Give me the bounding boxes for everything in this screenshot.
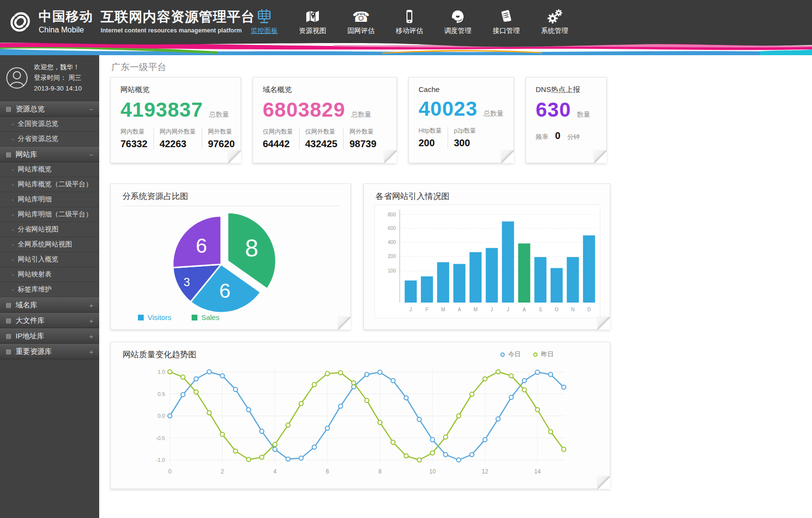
data-point bbox=[391, 379, 395, 383]
nav-item-调度管理[interactable]: 调度管理 bbox=[434, 0, 482, 42]
sidebar-group-大文件库[interactable]: ▤大文件库+ bbox=[0, 313, 99, 328]
bar-D bbox=[583, 235, 595, 303]
x-tick-label: 10 bbox=[429, 468, 436, 475]
nav-item-固网评估[interactable]: ☎固网评估 bbox=[337, 0, 385, 42]
stat-big-number: 6803829 bbox=[263, 98, 346, 122]
data-point bbox=[325, 426, 330, 430]
logo-cn: 中国移动 bbox=[39, 8, 93, 25]
data-point bbox=[535, 408, 540, 412]
stat-big-row: 40023总数量 bbox=[409, 93, 513, 121]
bar-chart-title: 各省网站引入情况图 bbox=[364, 184, 610, 202]
sidebar-item-label: 全网系统网站视图 bbox=[18, 240, 72, 249]
sidebar-group-label: 重要资源库 bbox=[15, 347, 52, 356]
pie-slice-label: 8 bbox=[245, 235, 258, 262]
stat-card-title: 域名概览 bbox=[253, 77, 396, 94]
legend-marker bbox=[533, 352, 538, 357]
bar-S bbox=[534, 257, 546, 303]
substat-网内数量: 网内数量76332 bbox=[120, 128, 154, 150]
nav-item-监控面板[interactable]: 监控面板 bbox=[240, 0, 288, 42]
data-point bbox=[168, 370, 172, 374]
collapse-icon[interactable]: − bbox=[89, 151, 93, 159]
bar-A bbox=[518, 244, 530, 303]
data-point bbox=[509, 395, 513, 399]
x-tick-label: 4 bbox=[273, 468, 277, 475]
sidebar-item-标签库维护[interactable]: ·标签库维护 bbox=[0, 282, 99, 297]
substat-value: 76332 bbox=[120, 138, 148, 150]
document-icon: ▤ bbox=[6, 348, 11, 355]
sidebar-group-域名库[interactable]: ▤域名库+ bbox=[0, 297, 99, 313]
pie-legend-Sales[interactable]: Sales bbox=[192, 313, 220, 321]
nav-item-接口管理[interactable]: 接口管理 bbox=[482, 0, 530, 42]
collapse-icon[interactable]: − bbox=[89, 105, 93, 113]
sidebar-group-IP地址库[interactable]: ▤IP地址库+ bbox=[0, 328, 99, 344]
line-legend-今日[interactable]: 今日 bbox=[500, 350, 521, 359]
x-tick-label: 8 bbox=[378, 468, 382, 475]
sidebar-item-网站引入概览[interactable]: ·网站引入概览 bbox=[0, 252, 99, 267]
substat-value: 432425 bbox=[305, 138, 338, 150]
sidebar-item-网站映射表[interactable]: ·网站映射表 bbox=[0, 267, 99, 282]
stat-card-域名概览: 域名概览6803829总数量仅网内数量64442仅网外数量432425网外数量9… bbox=[253, 77, 397, 163]
page-fold-decoration bbox=[228, 151, 241, 163]
stat-card-Cache: Cache40023总数量Http数量200p2p数量300 bbox=[408, 77, 514, 163]
substat-label: 网外数量 bbox=[349, 128, 376, 136]
data-point bbox=[457, 414, 461, 418]
x-tick-label: F bbox=[425, 307, 428, 312]
nav-item-资源视图[interactable]: 资源视图 bbox=[288, 0, 337, 42]
sidebar-item-label: 全国资源总览 bbox=[18, 120, 59, 128]
data-point bbox=[207, 411, 211, 415]
nav-item-label: 系统管理 bbox=[541, 27, 568, 35]
data-point bbox=[312, 382, 316, 387]
stat-big-number: 40023 bbox=[419, 97, 478, 121]
line-legend-昨日[interactable]: 昨日 bbox=[533, 350, 554, 359]
nav-item-移动评估[interactable]: 移动评估 bbox=[385, 0, 434, 42]
bar-A bbox=[453, 264, 466, 303]
sidebar-item-网站库明细（二级平台）[interactable]: ·网站库明细（二级平台） bbox=[0, 207, 99, 222]
sidebar-item-全网系统网站视图[interactable]: ·全网系统网站视图 bbox=[0, 237, 99, 252]
welcome-text: 欢迎您，魏华！ bbox=[34, 62, 82, 73]
sidebar-item-全国资源总览[interactable]: ·全国资源总览 bbox=[0, 117, 99, 132]
sidebar-item-label: 分省资源总览 bbox=[18, 135, 59, 143]
expand-icon[interactable]: + bbox=[89, 332, 93, 340]
data-point bbox=[299, 401, 303, 406]
pie-chart-title: 分系统资源占比图 bbox=[111, 184, 350, 202]
stat-card-title: Cache bbox=[409, 77, 513, 93]
expand-icon[interactable]: + bbox=[89, 301, 93, 309]
page-fold-decoration bbox=[501, 151, 514, 163]
sidebar-item-分省资源总览[interactable]: ·分省资源总览 bbox=[0, 132, 99, 147]
inline-value: 0 bbox=[555, 130, 560, 141]
bullet-icon: · bbox=[12, 271, 14, 278]
sidebar-item-网站库概览（二级平台）[interactable]: ·网站库概览（二级平台） bbox=[0, 177, 99, 192]
stat-big-number: 4193837 bbox=[120, 98, 203, 122]
sidebar-group-重要资源库[interactable]: ▤重要资源库+ bbox=[0, 344, 99, 359]
pie-legend-Visitors[interactable]: Visitors bbox=[138, 313, 171, 321]
expand-icon[interactable]: + bbox=[89, 348, 93, 356]
x-tick-label: M bbox=[441, 307, 445, 312]
sidebar-group-网站库[interactable]: ▤网站库− bbox=[0, 147, 99, 162]
stat-cards-row: 网站概览4193837总数量网内数量76332网内网外数量42263网外数量97… bbox=[110, 77, 607, 163]
legend-label: Visitors bbox=[148, 313, 171, 321]
data-point bbox=[404, 454, 408, 458]
page-title: 广东一级平台 bbox=[111, 61, 166, 74]
substat-网外数量: 网外数量97620 bbox=[208, 128, 235, 150]
legend-swatch bbox=[192, 315, 197, 320]
bullet-icon: · bbox=[12, 226, 14, 233]
sidebar-group-资源总览[interactable]: ▤资源总览− bbox=[0, 101, 99, 117]
bullet-icon: · bbox=[12, 181, 14, 188]
pie-slice-label: 6 bbox=[195, 234, 207, 257]
nav-item-系统管理[interactable]: 系统管理 bbox=[530, 0, 579, 42]
stat-card-网站概览: 网站概览4193837总数量网内数量76332网内网外数量42263网外数量97… bbox=[110, 77, 241, 163]
y-tick-label: 200 bbox=[388, 254, 396, 259]
data-point bbox=[549, 429, 553, 434]
x-tick-label: O bbox=[555, 307, 558, 312]
y-tick-label: 0.0 bbox=[158, 413, 165, 419]
data-point bbox=[444, 453, 448, 457]
expand-icon[interactable]: + bbox=[89, 317, 93, 325]
data-point bbox=[247, 408, 251, 412]
sidebar-item-网站库概览[interactable]: ·网站库概览 bbox=[0, 162, 99, 177]
sidebar-item-网站库明细[interactable]: ·网站库明细 bbox=[0, 192, 99, 207]
substat-value: 64442 bbox=[263, 138, 293, 150]
data-point bbox=[417, 458, 421, 462]
data-point bbox=[391, 440, 395, 444]
sidebar-item-分省网站视图[interactable]: ·分省网站视图 bbox=[0, 222, 99, 237]
sidebar-item-label: 网站库概览（二级平台） bbox=[18, 180, 92, 189]
